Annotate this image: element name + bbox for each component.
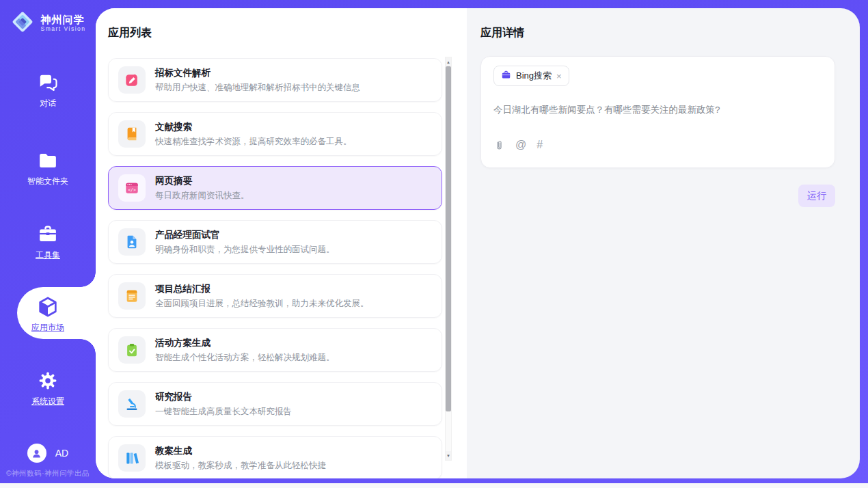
gear-icon [38, 369, 58, 392]
main-content: 应用列表 招标文件解析 帮助用户快速、准确地理解和解析招标书中的关键信息 文献搜… [96, 8, 860, 478]
app-list-panel: 应用列表 招标文件解析 帮助用户快速、准确地理解和解析招标书中的关键信息 文献搜… [96, 8, 467, 478]
sidebar-item-app-market[interactable]: 应用市场 [0, 295, 96, 334]
app-list-scrollbar[interactable]: ▲ ▼ [445, 57, 452, 461]
book-icon [118, 120, 146, 148]
sidebar-item-chat[interactable]: 对话 [0, 71, 96, 109]
microscope-icon [118, 390, 146, 418]
at-mention-icon[interactable]: @ [515, 139, 526, 151]
run-button[interactable]: 运行 [798, 185, 835, 207]
app-list-title: 应用列表 [108, 26, 152, 40]
sidebar-item-smart-folder[interactable]: 智能文件夹 [0, 149, 96, 187]
app-list: 招标文件解析 帮助用户快速、准确地理解和解析招标书中的关键信息 文献搜索 快速精… [108, 58, 442, 478]
close-icon[interactable]: × [556, 72, 562, 81]
sidebar: 神州问学 Smart Vision 对话 智能文件夹 工具集 应用市场 系统设置 [0, 0, 96, 483]
app-detail-panel: 应用详情 Bing搜索 × 今日湖北有哪些新闻要点？有哪些需要关注的最新政策? [467, 8, 860, 478]
app-list-item[interactable]: 项目总结汇报 全面回顾项目进展，总结经验教训，助力未来优化发展。 [108, 274, 442, 318]
cube-icon [36, 295, 59, 318]
user-account-button[interactable]: AD [0, 444, 96, 463]
app-detail-title: 应用详情 [480, 26, 524, 40]
tool-chip-label: Bing搜索 [516, 70, 552, 82]
tool-chip-bing-search[interactable]: Bing搜索 × [493, 66, 569, 86]
sidebar-nav: 对话 智能文件夹 工具集 应用市场 系统设置 [0, 0, 96, 483]
sidebar-item-toolset[interactable]: 工具集 [0, 223, 96, 261]
composer-toolbar: @ # [493, 139, 543, 151]
app-shell: 神州问学 Smart Vision 对话 智能文件夹 工具集 应用市场 系统设置 [0, 0, 868, 483]
sidebar-item-settings[interactable]: 系统设置 [0, 369, 96, 407]
app-list-item[interactable]: 产品经理面试官 明确身份和职责，为您提供专业性的面试问题。 [108, 220, 442, 264]
app-list-item[interactable]: 招标文件解析 帮助用户快速、准确地理解和解析招标书中的关键信息 [108, 58, 442, 102]
user-initials: AD [55, 448, 68, 459]
copyright-text: ©神州数码·神州问学出品 [0, 469, 96, 478]
app-list-item[interactable]: 研究报告 一键智能生成高质量长文本研究报告 [108, 382, 442, 426]
scroll-up-arrow[interactable]: ▲ [446, 57, 451, 66]
note-icon [118, 282, 146, 310]
user-avatar-icon [27, 444, 46, 463]
toolbox-icon [38, 223, 58, 246]
clipboard-check-icon [118, 336, 146, 364]
folder-icon [38, 149, 58, 172]
paperclip-icon[interactable] [493, 139, 505, 151]
app-list-item[interactable]: 文献搜索 快速精准查找学术资源，提高研究效率的必备工具。 [108, 112, 442, 156]
app-list-item[interactable]: </> 网页摘要 每日政府新闻资讯快查。 [108, 166, 442, 210]
prompt-card: Bing搜索 × 今日湖北有哪些新闻要点？有哪些需要关注的最新政策? @ # [480, 56, 835, 168]
svg-text:</>: </> [128, 187, 136, 193]
app-list-item[interactable]: 教案生成 模板驱动，教案秒成，教学准备从此轻松快捷 [108, 436, 442, 478]
browser-code-icon: </> [118, 174, 146, 202]
app-list-item[interactable]: 活动方案生成 智能生成个性化活动方案，轻松解决规划难题。 [108, 328, 442, 372]
file-user-icon [118, 228, 146, 256]
scrollbar-thumb[interactable] [446, 66, 451, 411]
hash-tag-icon[interactable]: # [537, 139, 543, 151]
chat-icon [38, 71, 58, 94]
briefcase-icon [501, 70, 511, 83]
prompt-input[interactable]: 今日湖北有哪些新闻要点？有哪些需要关注的最新政策? [493, 104, 822, 116]
scroll-down-arrow[interactable]: ▼ [446, 451, 451, 460]
pen-square-icon [118, 66, 146, 94]
books-icon [118, 444, 146, 472]
